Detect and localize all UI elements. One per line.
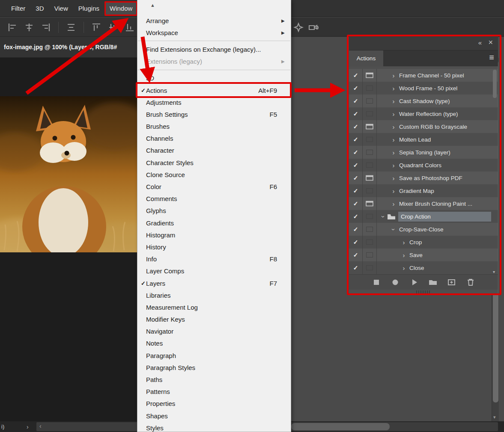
chevron-right-icon[interactable]: › [391,187,397,195]
dialog-toggle[interactable] [363,107,377,120]
dialog-toggle[interactable] [363,146,377,159]
menubar-item-view[interactable]: View [49,0,73,17]
menubar-item-plugins[interactable]: Plugins [73,0,104,17]
panel-menu-icon[interactable]: ≡ [489,53,494,62]
action-row-quadrant-colors[interactable]: ✓›Quadrant Colors [349,159,498,172]
menu-item-arrange[interactable]: Arrange▶ [137,15,291,27]
video-timeline-icon[interactable] [308,22,319,33]
action-row-molten-lead[interactable]: ✓›Molten Lead [349,133,498,146]
chevron-right-icon[interactable]: › [391,175,397,182]
new-action-button[interactable] [446,277,457,288]
chevron-right-icon[interactable]: › [401,239,407,246]
menu-item-character-styles[interactable]: Character Styles [137,157,291,169]
menu-item-shapes[interactable]: Shapes [137,410,291,422]
include-toggle[interactable]: ✓ [349,95,363,107]
menu-item-styles[interactable]: Styles [137,422,291,432]
actions-scrollbar[interactable]: ▾ [492,69,497,274]
stop-button[interactable] [371,277,382,288]
menu-item-notes[interactable]: Notes [137,337,291,349]
chevron-right-icon[interactable]: › [391,72,397,79]
action-row-close[interactable]: ✓›Close [349,261,498,274]
close-panel-icon[interactable]: × [488,38,493,47]
menu-item-gradients[interactable]: Gradients [137,217,291,229]
menu-item-brushes[interactable]: Brushes [137,121,291,133]
action-row-wood-frame-50-pixel[interactable]: ✓›Wood Frame - 50 pixel [349,82,498,95]
action-row-mixer-brush-cloning-paint[interactable]: ✓›Mixer Brush Cloning Paint ... [349,197,498,210]
action-row-frame-channel-50-pixel[interactable]: ✓›Frame Channel - 50 pixel [349,69,498,82]
align-vertical-centers-icon[interactable] [107,22,119,33]
dialog-toggle[interactable] [363,210,377,223]
menu-item-actions[interactable]: ✓ActionsAlt+F9 [137,84,291,96]
record-button[interactable] [390,277,401,288]
dialog-toggle[interactable] [363,82,377,95]
dialog-toggle[interactable] [363,159,377,172]
chevron-down-icon[interactable]: › [380,213,387,219]
delete-button[interactable] [465,277,476,288]
action-row-crop-save-close[interactable]: ✓›Crop-Save-Close [349,223,498,236]
chevron-down-icon[interactable]: › [390,226,397,232]
menu-item-adjustments[interactable]: Adjustments [137,96,291,108]
3d-mode-icon[interactable] [293,22,304,33]
menu-item-paragraph-styles[interactable]: Paragraph Styles [137,361,291,373]
action-row-custom-rgb-to-grayscale[interactable]: ✓›Custom RGB to Grayscale [349,120,498,133]
action-row-save[interactable]: ✓›Save [349,249,498,261]
menu-item-clone-source[interactable]: Clone Source [137,169,291,180]
chevron-right-icon[interactable]: › [391,123,397,130]
dialog-toggle[interactable] [363,133,377,146]
chevron-right-icon[interactable]: › [401,252,407,259]
include-toggle[interactable]: ✓ [349,223,363,236]
menu-item-brush-settings[interactable]: Brush SettingsF5 [137,108,291,120]
action-row-crop[interactable]: ✓›Crop [349,236,498,249]
include-toggle[interactable]: ✓ [349,159,363,172]
chevron-right-icon[interactable]: › [391,162,397,169]
include-toggle[interactable]: ✓ [349,236,363,249]
dialog-toggle[interactable] [363,249,377,261]
menu-item-patterns[interactable]: Patterns [137,386,291,398]
chevron-right-icon[interactable]: › [391,110,397,118]
chevron-right-icon[interactable]: › [391,85,397,92]
menu-item-find-extensions-on-exchange-legacy[interactable]: Find Extensions on Exchange (legacy)... [137,43,291,55]
panel-resize-grip[interactable] [416,290,431,293]
menu-item-history[interactable]: History [137,241,291,253]
collapse-panel-icon[interactable]: « [478,39,481,46]
menu-item-layer-comps[interactable]: Layer Comps [137,265,291,277]
menu-item-channels[interactable]: Channels [137,133,291,145]
menu-scroll-up-icon[interactable]: ▲ [150,3,155,8]
align-top-edges-icon[interactable] [91,22,102,33]
menubar-item-3d[interactable]: 3D [30,0,49,17]
menubar-item-filter[interactable]: Filter [6,0,30,17]
dialog-toggle[interactable] [363,261,377,274]
menu-item-info[interactable]: InfoF8 [137,253,291,265]
action-row-crop-action[interactable]: ✓›Crop Action [349,210,498,223]
action-row-water-reflection-type[interactable]: ✓›Water Reflection (type) [349,107,498,120]
include-toggle[interactable]: ✓ [349,261,363,274]
dialog-toggle[interactable] [363,197,377,210]
menu-item-measurement-log[interactable]: Measurement Log [137,301,291,313]
menu-item-navigator[interactable]: Navigator [137,325,291,337]
menu-item-paths[interactable]: Paths [137,373,291,385]
dialog-toggle[interactable] [363,223,377,236]
chevron-right-icon[interactable]: › [391,98,397,105]
tab-actions[interactable]: Actions [349,50,383,66]
chevron-right-icon[interactable]: › [391,149,397,156]
include-toggle[interactable]: ✓ [349,82,363,95]
horizontal-scrollbar-thumb[interactable] [291,423,390,430]
scroll-left-icon[interactable]: ‹ [39,423,42,429]
menu-item-character[interactable]: Character [137,145,291,157]
menu-item-paragraph[interactable]: Paragraph [137,349,291,361]
folder-button[interactable] [427,277,438,288]
menu-item-comments[interactable]: Comments [137,193,291,205]
include-toggle[interactable]: ✓ [349,133,363,146]
dialog-toggle[interactable] [363,120,377,133]
include-toggle[interactable]: ✓ [349,172,363,184]
menu-item-modifier-keys[interactable]: Modifier Keys [137,314,291,325]
action-row-sepia-toning-layer[interactable]: ✓›Sepia Toning (layer) [349,146,498,159]
align-right-edges-icon[interactable] [40,22,51,33]
dialog-toggle[interactable] [363,236,377,249]
menu-item-workspace[interactable]: Workspace▶ [137,27,291,38]
dialog-toggle[interactable] [363,95,377,107]
distribute-vertical-centers-icon[interactable] [66,22,77,33]
menu-item-layers[interactable]: ✓LayersF7 [137,277,291,289]
play-button[interactable] [409,277,420,288]
align-bottom-edges-icon[interactable] [124,22,135,33]
